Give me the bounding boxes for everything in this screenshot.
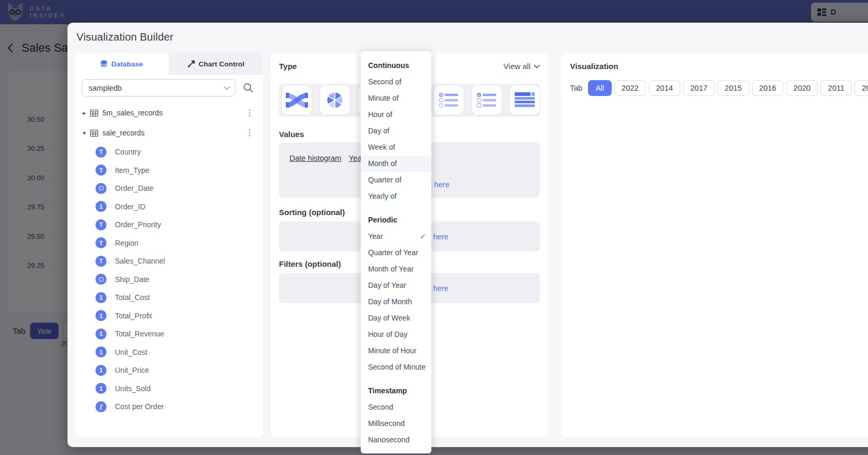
radio-list-icon bbox=[439, 92, 459, 108]
chart-type-card-checkbox-list[interactable] bbox=[472, 85, 501, 115]
caret-down-icon[interactable]: ▾ bbox=[83, 130, 90, 137]
field-label: Total_Cost bbox=[115, 293, 150, 302]
field-label: Total_Profit bbox=[115, 312, 152, 320]
field-row[interactable]: 1Total_Profit bbox=[74, 307, 263, 325]
chart-type-card-radio-list[interactable] bbox=[434, 85, 464, 115]
viz-tab-2017[interactable]: 2017 bbox=[683, 80, 715, 96]
field-row[interactable]: TItem_Type bbox=[74, 161, 263, 180]
viz-tab-2011[interactable]: 2011 bbox=[821, 80, 852, 96]
field-label: Sales_Channel bbox=[115, 257, 165, 265]
viz-tab-2022[interactable]: 2022 bbox=[614, 80, 646, 96]
number-field-icon: 1 bbox=[95, 365, 107, 376]
dropdown-item[interactable]: Second of Minute bbox=[361, 359, 431, 375]
number-field-icon: 1 bbox=[95, 383, 107, 394]
table-row-sale-records[interactable]: ▾ sale_records ⋮ bbox=[74, 123, 263, 143]
type-section-label: Type bbox=[279, 62, 297, 71]
dropdown-item[interactable]: Nanosecond bbox=[361, 432, 431, 448]
dropdown-item[interactable]: Month of bbox=[361, 156, 431, 172]
tab-chart-control[interactable]: Chart Control bbox=[169, 53, 263, 75]
panel-tabbar: Database Chart Control bbox=[74, 53, 263, 75]
dropdown-item-label: Quarter of bbox=[368, 176, 401, 184]
dropdown-item[interactable]: Day of Year bbox=[361, 277, 431, 294]
dropdown-item[interactable]: Minute of Hour bbox=[361, 343, 431, 359]
field-label: Item_Type bbox=[115, 166, 149, 175]
field-row[interactable]: TSales_Channel bbox=[74, 252, 263, 270]
checkbox-list-icon bbox=[477, 92, 497, 108]
field-label: Units_Sold bbox=[115, 384, 151, 393]
dropdown-item[interactable]: Second of bbox=[361, 74, 431, 90]
chart-type-card-sankey[interactable] bbox=[282, 85, 312, 115]
viz-tab-2015[interactable]: 2015 bbox=[717, 80, 749, 96]
chart-type-card-table[interactable] bbox=[510, 85, 539, 115]
table-name: 5m_sales_records bbox=[102, 109, 162, 117]
dropdown-item[interactable]: Quarter of Year bbox=[361, 245, 431, 261]
dropdown-item-label: Hour of Day bbox=[368, 330, 408, 338]
table-grid-icon bbox=[90, 110, 98, 117]
dropdown-item-label: Day of Month bbox=[368, 297, 412, 306]
field-row[interactable]: 1Total_Cost bbox=[74, 288, 263, 307]
date-glyph bbox=[99, 186, 103, 190]
dropdown-item[interactable]: Second bbox=[361, 399, 431, 415]
dropdown-item[interactable]: Day of Week bbox=[361, 310, 431, 326]
view-all-button[interactable]: View all bbox=[504, 62, 540, 71]
dropdown-item[interactable]: Millisecond bbox=[361, 415, 431, 432]
tools-icon bbox=[188, 60, 195, 67]
dropdown-item-label: Month of bbox=[368, 159, 397, 168]
table-tree: ▸ 5m_sales_records ⋮ ▾ bbox=[74, 103, 263, 143]
kebab-menu-icon[interactable]: ⋮ bbox=[246, 128, 254, 138]
values-chips: Date histogram Year bbox=[290, 154, 364, 162]
field-row[interactable]: 1Units_Sold bbox=[74, 380, 263, 398]
field-row[interactable]: 1Total_Revenue bbox=[74, 325, 263, 343]
field-row[interactable]: 1Unit_Cost bbox=[74, 343, 263, 362]
tab-database[interactable]: Database bbox=[74, 53, 169, 75]
field-label: Ship_Date bbox=[115, 275, 149, 284]
field-row[interactable]: TRegion bbox=[74, 234, 263, 253]
dropdown-item[interactable]: Day of bbox=[361, 123, 431, 139]
chart-type-card-pie[interactable] bbox=[320, 85, 350, 115]
dropdown-item[interactable]: Week of bbox=[361, 139, 431, 156]
field-label: Unit_Cost bbox=[115, 348, 147, 356]
dropdown-item[interactable]: Quarter of bbox=[361, 172, 431, 188]
viz-tab-2016[interactable]: 2016 bbox=[752, 80, 784, 96]
dropdown-item-label: Month of Year bbox=[368, 265, 413, 273]
dropdown-item-label: Day of Week bbox=[368, 314, 410, 322]
dropdown-item[interactable]: Month of Year bbox=[361, 261, 431, 277]
dropdown-item[interactable]: Day of Month bbox=[361, 294, 431, 310]
field-row[interactable]: TOrder_Priority bbox=[74, 216, 263, 234]
datasource-row: sampledb bbox=[82, 79, 256, 96]
field-row[interactable]: 1Unit_Price bbox=[74, 361, 263, 380]
dropdown-item-label: Minute of Hour bbox=[368, 346, 417, 355]
dropdown-group-header: Periodic bbox=[361, 212, 431, 228]
field-row[interactable]: Order_Date bbox=[74, 179, 263, 198]
dropdown-item[interactable]: Year✓ bbox=[361, 228, 431, 245]
dropdown-item-label: Yearly of bbox=[368, 192, 397, 200]
dropdown-item[interactable]: Hour of Day bbox=[361, 326, 431, 343]
values-chip-date-histogram[interactable]: Date histogram bbox=[290, 154, 341, 162]
field-row[interactable]: 1Order_ID bbox=[74, 198, 263, 216]
number-field-icon: 1 bbox=[95, 346, 107, 357]
caret-right-icon[interactable]: ▸ bbox=[83, 110, 90, 117]
dropdown-item-label: Day of Year bbox=[368, 281, 406, 289]
kebab-menu-icon[interactable]: ⋮ bbox=[246, 108, 254, 118]
dropdown-item[interactable]: Minute of bbox=[361, 90, 431, 107]
dropdown-item-label: Second bbox=[368, 403, 393, 411]
viz-tab-2019[interactable]: 2019 bbox=[854, 80, 868, 96]
dropdown-group: ContinuousSecond ofMinute ofHour ofDay o… bbox=[361, 57, 431, 205]
field-label: Order_ID bbox=[115, 202, 146, 211]
sankey-icon bbox=[286, 92, 308, 109]
dropdown-item[interactable]: Hour of bbox=[361, 107, 431, 123]
dropdown-item[interactable]: Yearly of bbox=[361, 188, 431, 205]
field-row[interactable]: ƒCost per Order bbox=[74, 398, 263, 416]
viz-tab-2014[interactable]: 2014 bbox=[649, 80, 680, 96]
viz-tab-2020[interactable]: 2020 bbox=[786, 80, 818, 96]
search-icon[interactable] bbox=[243, 83, 253, 93]
dropdown-item-label: Year bbox=[368, 232, 383, 240]
viz-tab-all[interactable]: All bbox=[588, 80, 611, 96]
dropdown-item-label: Millisecond bbox=[368, 419, 404, 428]
field-row[interactable]: TCountry bbox=[74, 143, 263, 161]
table-name: sale_records bbox=[102, 129, 144, 137]
table-row-5m-sales-records[interactable]: ▸ 5m_sales_records ⋮ bbox=[74, 103, 263, 123]
table-grid-icon bbox=[90, 130, 98, 137]
datasource-select[interactable]: sampledb bbox=[82, 79, 236, 96]
field-row[interactable]: Ship_Date bbox=[74, 270, 263, 289]
